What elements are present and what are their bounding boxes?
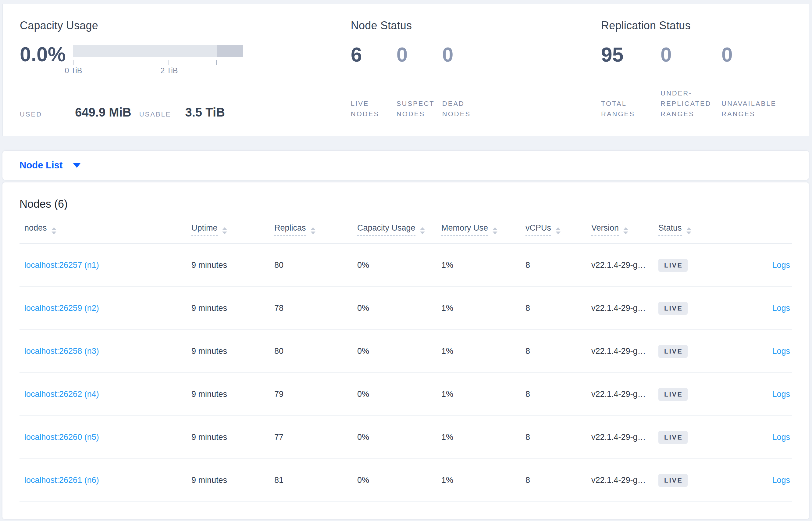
version-cell: v22.1.4-29-g…	[587, 373, 653, 416]
status-badge: LIVE	[659, 474, 688, 487]
under-replicated-ranges-stat: 0 UNDER-REPLICATED RANGES	[661, 44, 721, 119]
column-header-vcpus[interactable]: vCPUs	[521, 216, 587, 244]
version-cell: v22.1.4-29-g…	[587, 416, 653, 459]
replicas-cell: 79	[269, 373, 352, 416]
node-link[interactable]: localhost:26261 (n6)	[24, 476, 99, 485]
column-header-replicas[interactable]: Replicas	[269, 216, 352, 244]
capacity-usage-section: Capacity Usage 0.0% 0 TiB 2 TiB USED 649…	[20, 19, 351, 119]
sort-icon	[493, 227, 497, 234]
axis-tick	[73, 60, 73, 65]
status-cell: LIVE	[653, 459, 720, 502]
live-nodes-label: LIVE NODES	[351, 98, 397, 119]
node-cell: localhost:26257 (n1)	[20, 244, 187, 287]
uptime-cell: 9 minutes	[187, 416, 269, 459]
node-list-dropdown[interactable]: Node List	[20, 160, 81, 171]
capacity-cell: 0%	[352, 330, 436, 373]
sort-icon	[222, 227, 227, 234]
suspect-nodes-stat: 0 SUSPECT NODES	[397, 44, 442, 119]
axis-tick	[169, 60, 169, 65]
sort-icon	[51, 227, 56, 234]
logs-cell: Logs	[720, 287, 792, 330]
column-header-logs	[720, 216, 792, 244]
capacity-cell: 0%	[352, 287, 436, 330]
capacity-bar-nonusable-segment	[217, 45, 243, 57]
node-link[interactable]: localhost:26262 (n4)	[24, 389, 99, 399]
vcpus-cell: 8	[521, 244, 587, 287]
memory-cell: 1%	[436, 416, 521, 459]
uptime-cell: 9 minutes	[187, 330, 269, 373]
logs-link[interactable]: Logs	[772, 346, 790, 356]
capacity-cell: 0%	[352, 373, 436, 416]
logs-cell: Logs	[720, 373, 792, 416]
nodes-table-title: Nodes (6)	[20, 198, 792, 210]
vcpus-cell: 8	[521, 373, 587, 416]
replication-status-section: Replication Status 95 TOTAL RANGES 0 UND…	[601, 19, 792, 119]
live-nodes-value: 6	[351, 44, 397, 66]
nodes-table: nodes Uptime Replicas Capacity Usage Mem…	[20, 216, 792, 502]
capacity-cell: 0%	[352, 459, 436, 502]
table-row: localhost:26257 (n1) 9 minutes 80 0% 1% …	[20, 244, 792, 287]
sort-icon	[687, 227, 691, 234]
status-badge: LIVE	[659, 431, 688, 444]
logs-link[interactable]: Logs	[772, 433, 790, 442]
table-row: localhost:26262 (n4) 9 minutes 79 0% 1% …	[20, 373, 792, 416]
sort-icon	[623, 227, 628, 234]
column-header-memory-use[interactable]: Memory Use	[436, 216, 521, 244]
node-link[interactable]: localhost:26258 (n3)	[24, 346, 99, 356]
logs-link[interactable]: Logs	[772, 476, 790, 485]
status-cell: LIVE	[653, 416, 720, 459]
node-link[interactable]: localhost:26259 (n2)	[24, 303, 99, 313]
sort-icon	[311, 227, 315, 234]
node-link[interactable]: localhost:26260 (n5)	[24, 433, 99, 442]
vcpus-cell: 8	[521, 330, 587, 373]
nodes-table-card: Nodes (6) nodes Uptime Replicas Capacity…	[2, 182, 809, 519]
memory-cell: 1%	[436, 330, 521, 373]
dead-nodes-label: DEAD NODES	[442, 98, 488, 119]
status-cell: LIVE	[653, 244, 720, 287]
status-cell: LIVE	[653, 287, 720, 330]
axis-tick-label: 2 TiB	[161, 66, 178, 75]
column-header-nodes[interactable]: nodes	[20, 216, 187, 244]
logs-link[interactable]: Logs	[772, 260, 790, 270]
version-cell: v22.1.4-29-g…	[587, 459, 653, 502]
replicas-cell: 81	[269, 459, 352, 502]
sort-icon	[556, 227, 560, 234]
axis-tick-label: 0 TiB	[65, 66, 82, 75]
total-ranges-label: TOTAL RANGES	[601, 98, 661, 119]
replication-status-title: Replication Status	[601, 19, 792, 32]
replicas-cell: 80	[269, 330, 352, 373]
column-header-capacity-usage[interactable]: Capacity Usage	[352, 216, 436, 244]
table-row: localhost:26261 (n6) 9 minutes 81 0% 1% …	[20, 459, 792, 502]
node-link[interactable]: localhost:26257 (n1)	[24, 260, 99, 270]
column-header-status[interactable]: Status	[653, 216, 720, 244]
unavailable-ranges-value: 0	[721, 44, 792, 66]
replicas-cell: 78	[269, 287, 352, 330]
uptime-cell: 9 minutes	[187, 373, 269, 416]
capacity-chart-row: 0.0% 0 TiB 2 TiB	[20, 44, 351, 75]
table-row: localhost:26259 (n2) 9 minutes 78 0% 1% …	[20, 287, 792, 330]
total-ranges-value: 95	[601, 44, 661, 66]
logs-cell: Logs	[720, 459, 792, 502]
table-row: localhost:26258 (n3) 9 minutes 80 0% 1% …	[20, 330, 792, 373]
column-header-version[interactable]: Version	[587, 216, 653, 244]
node-cell: localhost:26262 (n4)	[20, 373, 187, 416]
column-header-uptime[interactable]: Uptime	[187, 216, 269, 244]
dead-nodes-stat: 0 DEAD NODES	[442, 44, 488, 119]
node-cell: localhost:26260 (n5)	[20, 416, 187, 459]
summary-card: Capacity Usage 0.0% 0 TiB 2 TiB USED 649…	[2, 4, 809, 136]
logs-link[interactable]: Logs	[772, 389, 790, 399]
total-ranges-stat: 95 TOTAL RANGES	[601, 44, 661, 119]
under-replicated-ranges-value: 0	[661, 44, 721, 66]
used-label: USED	[20, 110, 42, 118]
memory-cell: 1%	[436, 373, 521, 416]
logs-link[interactable]: Logs	[772, 303, 790, 313]
replication-stats: 95 TOTAL RANGES 0 UNDER-REPLICATED RANGE…	[601, 44, 792, 119]
table-row: localhost:26260 (n5) 9 minutes 77 0% 1% …	[20, 416, 792, 459]
logs-cell: Logs	[720, 244, 792, 287]
version-cell: v22.1.4-29-g…	[587, 244, 653, 287]
replicas-cell: 77	[269, 416, 352, 459]
capacity-cell: 0%	[352, 244, 436, 287]
vcpus-cell: 8	[521, 287, 587, 330]
suspect-nodes-value: 0	[397, 44, 442, 66]
uptime-cell: 9 minutes	[187, 244, 269, 287]
